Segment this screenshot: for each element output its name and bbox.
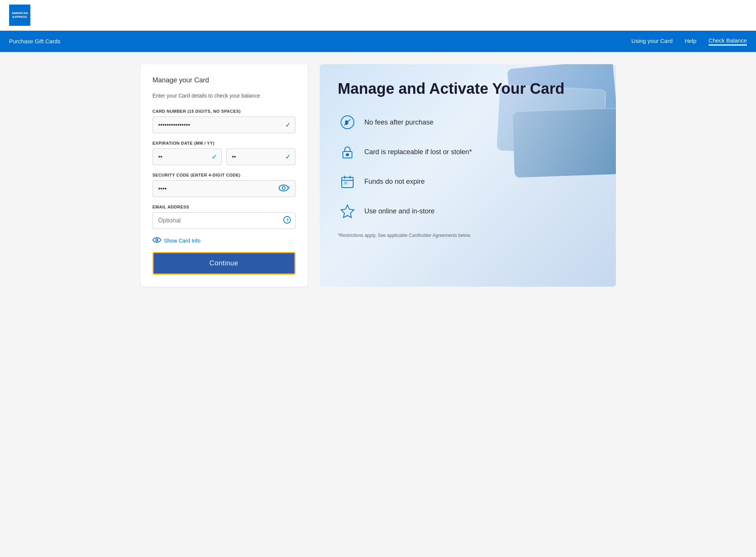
expiry-month-check-icon: ✓: [211, 153, 217, 161]
continue-button[interactable]: Continue: [153, 252, 295, 275]
nav-help-link[interactable]: Help: [685, 38, 696, 46]
svg-point-6: [156, 239, 158, 241]
card-number-group: CARD NUMBER (15 DIGITS, NO SPACES) ✓: [153, 109, 295, 133]
form-subtitle: Enter your Card details to check your ba…: [153, 92, 295, 100]
promo-panel: Manage and Activate Your Card $ No fees …: [320, 64, 616, 287]
show-card-eye-icon: [153, 237, 161, 245]
expiry-month-wrapper: ✓: [153, 148, 222, 165]
security-code-label: SECURITY CODE (ENTER 4-DIGIT CODE): [153, 173, 295, 177]
feature-replaceable: Card is replaceable if lost or stolen*: [338, 142, 598, 161]
nav-check-balance-link[interactable]: Check Balance: [709, 37, 747, 46]
amex-logo: AMERICANEXPRESS: [9, 5, 30, 26]
feature-no-fee: $ No fees after purchase: [338, 113, 598, 132]
card-number-check-icon: ✓: [285, 121, 291, 129]
main-content: Manage your Card Enter your Card details…: [131, 52, 625, 299]
security-code-group: SECURITY CODE (ENTER 4-DIGIT CODE) ?: [153, 173, 295, 197]
feature-no-fee-text: No fees after purchase: [365, 118, 434, 126]
nav-left: Purchase Gift Cards: [9, 38, 631, 45]
expiry-row: ✓ ✓: [153, 148, 295, 165]
top-bar: AMERICANEXPRESS: [0, 0, 756, 31]
feature-list: $ No fees after purchase Card is re: [338, 113, 598, 221]
card-number-wrapper: ✓: [153, 117, 295, 133]
email-group: EMAIL ADDRESS ?: [153, 205, 295, 229]
card-number-label: CARD NUMBER (15 DIGITS, NO SPACES): [153, 109, 295, 114]
svg-rect-16: [344, 182, 347, 184]
feature-online-instore: Use online and in-store: [338, 202, 598, 221]
feature-online-instore-text: Use online and in-store: [365, 207, 435, 215]
feature-no-expire: Funds do not expire: [338, 172, 598, 191]
form-panel: Manage your Card Enter your Card details…: [140, 64, 308, 287]
card-number-input[interactable]: [153, 117, 295, 133]
email-wrapper: ?: [153, 212, 295, 229]
email-input[interactable]: [153, 212, 295, 229]
svg-rect-11: [346, 154, 349, 156]
svg-marker-17: [341, 205, 354, 218]
nav-bar: Purchase Gift Cards Using your Card Help…: [0, 31, 756, 52]
email-label: EMAIL ADDRESS: [153, 205, 295, 209]
star-icon: [338, 202, 357, 221]
promo-title: Manage and Activate Your Card: [338, 79, 598, 98]
expiry-year-wrapper: ✓: [226, 148, 295, 165]
no-fee-icon: $: [338, 113, 357, 132]
svg-point-0: [279, 185, 288, 191]
security-code-input[interactable]: [153, 180, 295, 197]
form-title: Manage your Card: [153, 76, 295, 84]
security-eye-help-icon[interactable]: ?: [279, 184, 291, 193]
feature-no-expire-text: Funds do not expire: [365, 178, 425, 186]
security-code-wrapper: ?: [153, 180, 295, 197]
email-help-icon[interactable]: ?: [283, 216, 291, 225]
svg-text:?: ?: [286, 218, 289, 222]
svg-point-5: [153, 238, 161, 242]
show-card-info-toggle[interactable]: Show Card Info: [153, 237, 295, 245]
svg-text:$: $: [345, 120, 348, 125]
show-card-info-label: Show Card Info: [164, 238, 201, 244]
svg-text:?: ?: [288, 186, 290, 190]
disclaimer-text: *Restrictions apply. See applicable Card…: [338, 233, 598, 238]
lock-icon: [338, 142, 357, 161]
expiry-year-check-icon: ✓: [285, 153, 291, 161]
nav-right: Using your Card Help Check Balance: [631, 37, 747, 46]
logo-text: AMERICANEXPRESS: [11, 11, 28, 19]
calendar-icon: [338, 172, 357, 191]
nav-purchase-link[interactable]: Purchase Gift Cards: [9, 38, 60, 44]
expiry-group: EXPIRATION DATE (MM / YY) ✓ ✓: [153, 141, 295, 165]
svg-point-1: [282, 186, 285, 189]
promo-content: Manage and Activate Your Card $ No fees …: [320, 64, 616, 253]
expiry-label: EXPIRATION DATE (MM / YY): [153, 141, 295, 145]
nav-using-card-link[interactable]: Using your Card: [631, 38, 672, 46]
feature-replaceable-text: Card is replaceable if lost or stolen*: [365, 148, 472, 156]
